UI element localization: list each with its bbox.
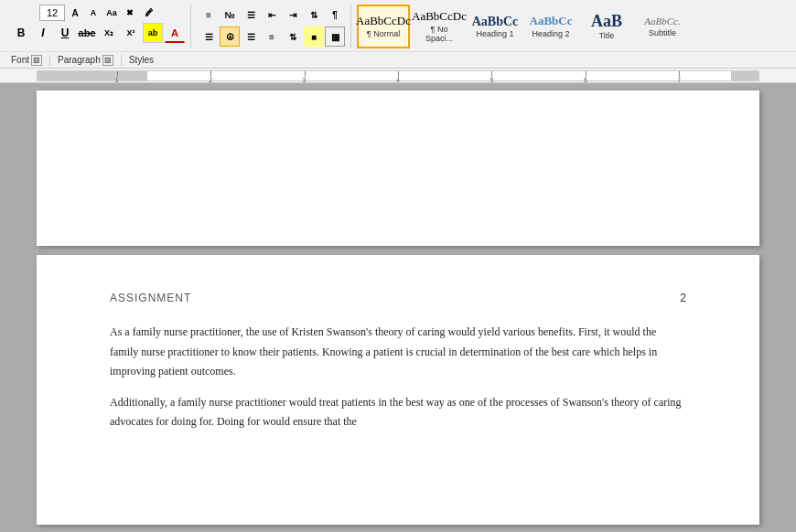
page-number: 2 <box>680 292 686 304</box>
style-subtitle[interactable]: AaBbCc. Subtitle <box>636 5 689 48</box>
font-shrink-button[interactable]: A <box>85 5 102 21</box>
style-no-spacing[interactable]: AaBbCcDc ¶ No Spaci... <box>413 5 466 48</box>
align-right-button[interactable]: ☰ <box>241 27 261 47</box>
font-color-button[interactable]: A <box>165 23 185 43</box>
ruler-right-margin <box>731 71 758 80</box>
font-format-row: B I U abc X₂ X² ab A <box>11 23 185 43</box>
show-marks-button[interactable]: ¶ <box>325 5 345 25</box>
style-heading2[interactable]: AaBbCc Heading 2 <box>524 5 577 48</box>
align-center-button[interactable]: ☮ <box>220 27 240 47</box>
shading-button[interactable]: ■ <box>304 27 324 47</box>
ruler-label-4: 4 <box>396 77 400 83</box>
font-grow-button[interactable]: A <box>67 5 83 21</box>
increase-indent-button[interactable]: ⇥ <box>283 5 303 25</box>
font-name-row: 12 A A Aa ✖ 🖉 <box>39 5 156 21</box>
ruler: 1 2 3 4 5 6 7 <box>0 69 796 83</box>
ruler-left-margin <box>38 71 147 80</box>
ruler-label-6: 6 <box>584 77 587 83</box>
font-size-display[interactable]: 12 <box>39 5 65 21</box>
align-left-button[interactable]: ☰ <box>199 27 219 47</box>
style-normal-preview: AaBbCcDc <box>356 15 411 27</box>
style-normal[interactable]: AaBbCcDc ¶ Normal <box>357 5 410 48</box>
paragraph-group-label-section: Paragraph ▧ <box>50 55 122 66</box>
ruler-background: 1 2 3 4 5 6 7 <box>37 70 759 81</box>
document-body[interactable]: As a family nurse practitioner, the use … <box>110 323 686 432</box>
style-no-spacing-label: ¶ No Spaci... <box>416 25 462 43</box>
sort-button[interactable]: ⇅ <box>304 5 324 25</box>
justify-button[interactable]: ≡ <box>262 27 282 47</box>
ruler-label-1: 1 <box>115 77 119 83</box>
style-subtitle-label: Subtitle <box>649 28 676 37</box>
ruler-label-2: 2 <box>209 77 212 83</box>
borders-button[interactable]: ▦ <box>325 27 345 47</box>
subscript-button[interactable]: X₂ <box>99 23 119 43</box>
style-heading2-preview: AaBbCc <box>530 15 573 27</box>
format-painter-button[interactable]: 🖉 <box>140 5 156 21</box>
font-group-expand[interactable]: ▧ <box>31 55 42 66</box>
styles-group: AaBbCcDc ¶ Normal AaBbCcDc ¶ No Spaci...… <box>353 5 693 48</box>
highlight-button[interactable]: ab <box>143 23 163 43</box>
numbering-button[interactable]: № <box>220 5 240 25</box>
bullets-button[interactable]: ≡ <box>199 5 219 25</box>
line-spacing-button[interactable]: ⇅ <box>283 27 303 47</box>
paragraph-group-label: Paragraph <box>58 55 101 65</box>
style-title[interactable]: AaB Title <box>580 5 633 48</box>
page-header: ASSIGNMENT 2 <box>110 292 686 304</box>
style-subtitle-preview: AaBbCc. <box>644 16 680 27</box>
style-no-spacing-preview: AaBbCcDc <box>412 10 467 23</box>
clear-format-button[interactable]: ✖ <box>122 5 138 21</box>
style-title-preview: AaB <box>591 13 622 31</box>
bold-button[interactable]: B <box>11 23 31 43</box>
italic-button[interactable]: I <box>33 23 53 43</box>
paragraph-group: ≡ № ☰ ⇤ ⇥ ⇅ ¶ ☰ ☮ ☰ ≡ ⇅ ■ ▦ <box>193 5 351 48</box>
strikethrough-button[interactable]: abc <box>77 23 97 43</box>
styles-group-label-section: Styles <box>122 55 161 65</box>
doc-paragraph-2: Additionally, a family nurse practitione… <box>110 393 686 432</box>
superscript-button[interactable]: X² <box>121 23 141 43</box>
document-page-1[interactable] <box>37 90 759 246</box>
style-heading1-preview: AaBbCc <box>472 15 519 28</box>
underline-button[interactable]: U <box>55 23 75 43</box>
ribbon: 12 A A Aa ✖ 🖉 B I U abc X₂ X² ab A ≡ <box>0 0 796 69</box>
style-heading1-label: Heading 1 <box>476 29 513 38</box>
style-heading1[interactable]: AaBbCc Heading 1 <box>468 5 522 48</box>
multilevel-button[interactable]: ☰ <box>241 5 261 25</box>
change-case-button[interactable]: Aa <box>103 5 120 21</box>
ruler-label-5: 5 <box>489 77 493 83</box>
styles-group-label: Styles <box>129 55 154 65</box>
paragraph-row1: ≡ № ☰ ⇤ ⇥ ⇅ ¶ <box>199 5 345 25</box>
ribbon-labels-bar: Font ▧ Paragraph ▧ Styles <box>0 51 796 68</box>
style-title-label: Title <box>599 31 615 40</box>
page-header-title: ASSIGNMENT <box>110 292 191 304</box>
paragraph-group-expand[interactable]: ▧ <box>102 55 113 66</box>
document-content-area: ASSIGNMENT 2 As a family nurse practitio… <box>0 83 796 532</box>
doc-paragraph-1: As a family nurse practitioner, the use … <box>110 323 686 382</box>
paragraph-row2: ☰ ☮ ☰ ≡ ⇅ ■ ▦ <box>199 27 345 47</box>
font-group: 12 A A Aa ✖ 🖉 B I U abc X₂ X² ab A <box>5 5 191 48</box>
font-group-label: Font <box>11 55 29 65</box>
style-heading2-label: Heading 2 <box>532 29 569 38</box>
document-page-2[interactable]: ASSIGNMENT 2 As a family nurse practitio… <box>37 255 759 525</box>
ruler-label-7: 7 <box>677 77 681 83</box>
ribbon-toolbar: 12 A A Aa ✖ 🖉 B I U abc X₂ X² ab A ≡ <box>0 0 796 51</box>
font-group-label-section: Font ▧ <box>4 55 50 66</box>
style-normal-label: ¶ Normal <box>367 29 400 38</box>
ruler-label-3: 3 <box>303 77 307 83</box>
decrease-indent-button[interactable]: ⇤ <box>262 5 282 25</box>
